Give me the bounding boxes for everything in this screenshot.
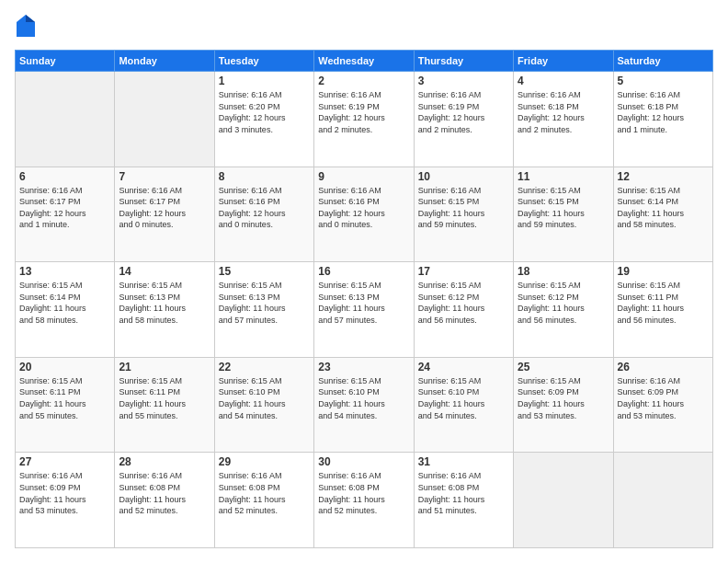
calendar-cell: 11Sunrise: 6:15 AM Sunset: 6:15 PM Dayli… xyxy=(514,167,613,262)
day-number: 7 xyxy=(119,170,210,183)
day-info: Sunrise: 6:15 AM Sunset: 6:13 PM Dayligh… xyxy=(119,280,210,326)
day-info: Sunrise: 6:16 AM Sunset: 6:09 PM Dayligh… xyxy=(618,375,709,421)
calendar-cell: 27Sunrise: 6:16 AM Sunset: 6:09 PM Dayli… xyxy=(16,453,115,548)
calendar-cell: 14Sunrise: 6:15 AM Sunset: 6:13 PM Dayli… xyxy=(115,262,214,358)
day-info: Sunrise: 6:15 AM Sunset: 6:14 PM Dayligh… xyxy=(618,185,709,231)
weekday-header-wednesday: Wednesday xyxy=(314,51,414,72)
day-number: 1 xyxy=(219,75,310,87)
calendar-cell: 10Sunrise: 6:16 AM Sunset: 6:15 PM Dayli… xyxy=(414,167,513,262)
day-number: 3 xyxy=(418,75,509,87)
week-row-2: 6Sunrise: 6:16 AM Sunset: 6:17 PM Daylig… xyxy=(16,167,713,262)
calendar-cell: 1Sunrise: 6:16 AM Sunset: 6:20 PM Daylig… xyxy=(214,72,313,167)
calendar-cell: 31Sunrise: 6:16 AM Sunset: 6:08 PM Dayli… xyxy=(414,453,513,548)
week-row-4: 20Sunrise: 6:15 AM Sunset: 6:11 PM Dayli… xyxy=(16,357,713,453)
calendar-cell: 18Sunrise: 6:15 AM Sunset: 6:12 PM Dayli… xyxy=(514,262,613,358)
calendar-cell: 4Sunrise: 6:16 AM Sunset: 6:18 PM Daylig… xyxy=(514,72,613,167)
day-number: 21 xyxy=(119,361,210,373)
day-info: Sunrise: 6:16 AM Sunset: 6:17 PM Dayligh… xyxy=(19,185,110,231)
day-number: 18 xyxy=(518,265,609,278)
day-info: Sunrise: 6:15 AM Sunset: 6:10 PM Dayligh… xyxy=(418,375,509,421)
day-info: Sunrise: 6:16 AM Sunset: 6:18 PM Dayligh… xyxy=(618,89,709,135)
calendar-cell xyxy=(613,453,712,548)
day-info: Sunrise: 6:16 AM Sunset: 6:08 PM Dayligh… xyxy=(418,470,509,516)
day-info: Sunrise: 6:15 AM Sunset: 6:09 PM Dayligh… xyxy=(518,375,609,421)
calendar-cell: 24Sunrise: 6:15 AM Sunset: 6:10 PM Dayli… xyxy=(414,357,513,453)
svg-marker-1 xyxy=(26,15,35,22)
calendar-cell: 20Sunrise: 6:15 AM Sunset: 6:11 PM Dayli… xyxy=(16,357,115,453)
calendar-cell: 5Sunrise: 6:16 AM Sunset: 6:18 PM Daylig… xyxy=(613,72,712,167)
calendar-cell: 29Sunrise: 6:16 AM Sunset: 6:08 PM Dayli… xyxy=(214,453,313,548)
day-info: Sunrise: 6:16 AM Sunset: 6:20 PM Dayligh… xyxy=(219,89,310,135)
day-info: Sunrise: 6:15 AM Sunset: 6:13 PM Dayligh… xyxy=(219,280,310,326)
day-number: 11 xyxy=(518,170,609,183)
calendar-cell: 16Sunrise: 6:15 AM Sunset: 6:13 PM Dayli… xyxy=(314,262,414,358)
day-number: 15 xyxy=(219,265,310,278)
week-row-5: 27Sunrise: 6:16 AM Sunset: 6:09 PM Dayli… xyxy=(16,453,713,548)
day-number: 16 xyxy=(318,265,409,278)
day-info: Sunrise: 6:16 AM Sunset: 6:18 PM Dayligh… xyxy=(518,89,609,135)
day-info: Sunrise: 6:15 AM Sunset: 6:11 PM Dayligh… xyxy=(618,280,709,326)
day-info: Sunrise: 6:15 AM Sunset: 6:14 PM Dayligh… xyxy=(19,280,110,326)
day-info: Sunrise: 6:16 AM Sunset: 6:08 PM Dayligh… xyxy=(318,470,409,516)
weekday-header-tuesday: Tuesday xyxy=(214,51,313,72)
day-number: 22 xyxy=(219,361,310,373)
day-info: Sunrise: 6:15 AM Sunset: 6:15 PM Dayligh… xyxy=(518,185,609,231)
calendar-cell xyxy=(115,72,214,167)
day-number: 4 xyxy=(518,75,609,87)
day-info: Sunrise: 6:15 AM Sunset: 6:13 PM Dayligh… xyxy=(318,280,409,326)
day-number: 24 xyxy=(418,361,509,373)
day-number: 6 xyxy=(19,170,110,183)
calendar-cell: 26Sunrise: 6:16 AM Sunset: 6:09 PM Dayli… xyxy=(613,357,712,453)
day-info: Sunrise: 6:15 AM Sunset: 6:12 PM Dayligh… xyxy=(418,280,509,326)
day-number: 30 xyxy=(318,455,409,468)
calendar-cell xyxy=(16,72,115,167)
calendar-cell: 17Sunrise: 6:15 AM Sunset: 6:12 PM Dayli… xyxy=(414,262,513,358)
weekday-header-row: SundayMondayTuesdayWednesdayThursdayFrid… xyxy=(16,51,713,72)
day-info: Sunrise: 6:16 AM Sunset: 6:19 PM Dayligh… xyxy=(318,89,409,135)
day-number: 13 xyxy=(19,265,110,278)
calendar-cell: 7Sunrise: 6:16 AM Sunset: 6:17 PM Daylig… xyxy=(115,167,214,262)
day-info: Sunrise: 6:15 AM Sunset: 6:11 PM Dayligh… xyxy=(19,375,110,421)
calendar-cell: 25Sunrise: 6:15 AM Sunset: 6:09 PM Dayli… xyxy=(514,357,613,453)
day-number: 17 xyxy=(418,265,509,278)
logo xyxy=(15,15,39,40)
day-info: Sunrise: 6:16 AM Sunset: 6:08 PM Dayligh… xyxy=(119,470,210,516)
day-number: 8 xyxy=(219,170,310,183)
logo-icon xyxy=(17,15,35,37)
calendar-cell: 3Sunrise: 6:16 AM Sunset: 6:19 PM Daylig… xyxy=(414,72,513,167)
day-number: 14 xyxy=(119,265,210,278)
weekday-header-monday: Monday xyxy=(115,51,214,72)
day-info: Sunrise: 6:15 AM Sunset: 6:10 PM Dayligh… xyxy=(318,375,409,421)
calendar-cell: 13Sunrise: 6:15 AM Sunset: 6:14 PM Dayli… xyxy=(16,262,115,358)
calendar-cell: 23Sunrise: 6:15 AM Sunset: 6:10 PM Dayli… xyxy=(314,357,414,453)
header xyxy=(15,15,713,40)
calendar-cell: 6Sunrise: 6:16 AM Sunset: 6:17 PM Daylig… xyxy=(16,167,115,262)
day-number: 19 xyxy=(618,265,709,278)
day-info: Sunrise: 6:16 AM Sunset: 6:08 PM Dayligh… xyxy=(219,470,310,516)
day-number: 27 xyxy=(19,455,110,468)
day-info: Sunrise: 6:16 AM Sunset: 6:16 PM Dayligh… xyxy=(219,185,310,231)
day-number: 12 xyxy=(618,170,709,183)
calendar-cell: 22Sunrise: 6:15 AM Sunset: 6:10 PM Dayli… xyxy=(214,357,313,453)
weekday-header-saturday: Saturday xyxy=(613,51,712,72)
calendar-cell: 12Sunrise: 6:15 AM Sunset: 6:14 PM Dayli… xyxy=(613,167,712,262)
weekday-header-thursday: Thursday xyxy=(414,51,513,72)
weekday-header-sunday: Sunday xyxy=(16,51,115,72)
day-info: Sunrise: 6:16 AM Sunset: 6:19 PM Dayligh… xyxy=(418,89,509,135)
day-number: 28 xyxy=(119,455,210,468)
day-number: 5 xyxy=(618,75,709,87)
day-info: Sunrise: 6:15 AM Sunset: 6:12 PM Dayligh… xyxy=(518,280,609,326)
day-number: 2 xyxy=(318,75,409,87)
day-number: 9 xyxy=(318,170,409,183)
day-info: Sunrise: 6:15 AM Sunset: 6:10 PM Dayligh… xyxy=(219,375,310,421)
calendar-cell: 28Sunrise: 6:16 AM Sunset: 6:08 PM Dayli… xyxy=(115,453,214,548)
calendar-cell: 21Sunrise: 6:15 AM Sunset: 6:11 PM Dayli… xyxy=(115,357,214,453)
day-number: 20 xyxy=(19,361,110,373)
calendar-table: SundayMondayTuesdayWednesdayThursdayFrid… xyxy=(15,50,713,548)
calendar-cell: 2Sunrise: 6:16 AM Sunset: 6:19 PM Daylig… xyxy=(314,72,414,167)
day-info: Sunrise: 6:15 AM Sunset: 6:11 PM Dayligh… xyxy=(119,375,210,421)
day-number: 29 xyxy=(219,455,310,468)
day-info: Sunrise: 6:16 AM Sunset: 6:15 PM Dayligh… xyxy=(418,185,509,231)
day-info: Sunrise: 6:16 AM Sunset: 6:17 PM Dayligh… xyxy=(119,185,210,231)
day-number: 10 xyxy=(418,170,509,183)
